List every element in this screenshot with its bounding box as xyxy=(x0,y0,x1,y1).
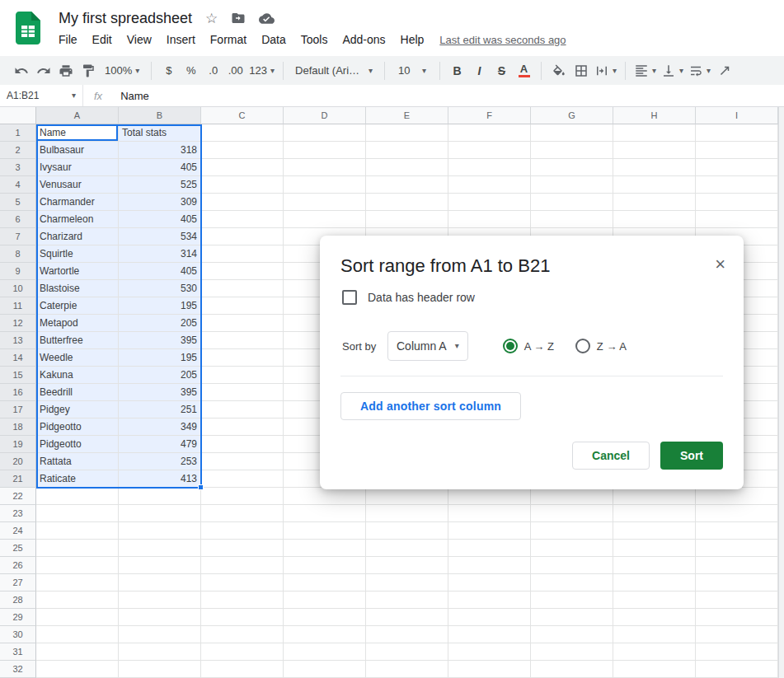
cell-C7[interactable] xyxy=(201,228,284,245)
cell-A1[interactable]: Name xyxy=(36,124,119,142)
cell-C24[interactable] xyxy=(201,522,284,540)
formula-input[interactable]: Name xyxy=(120,90,149,102)
menu-tools[interactable]: Tools xyxy=(293,31,336,48)
cell-A12[interactable]: Metapod xyxy=(36,315,119,332)
cell-F4[interactable] xyxy=(448,176,531,194)
cell-F6[interactable] xyxy=(448,211,531,228)
cell-D24[interactable] xyxy=(284,522,366,540)
cell-D30[interactable] xyxy=(284,626,366,643)
cell-C18[interactable] xyxy=(201,418,284,436)
row-header-15[interactable]: 15 xyxy=(0,367,36,384)
cell-C32[interactable] xyxy=(201,661,284,678)
cell-I5[interactable] xyxy=(696,194,778,211)
cell-I24[interactable] xyxy=(696,522,778,540)
menu-help[interactable]: Help xyxy=(393,31,432,48)
column-header-B[interactable]: B xyxy=(119,107,201,124)
cell-E31[interactable] xyxy=(366,643,448,661)
cancel-button[interactable]: Cancel xyxy=(572,442,650,470)
cell-C29[interactable] xyxy=(201,609,284,626)
row-header-5[interactable]: 5 xyxy=(0,194,36,211)
cell-C4[interactable] xyxy=(201,176,284,194)
add-sort-column-button[interactable]: Add another sort column xyxy=(340,392,521,420)
cell-A20[interactable]: Rattata xyxy=(36,453,119,470)
cell-F24[interactable] xyxy=(448,522,531,540)
row-header-9[interactable]: 9 xyxy=(0,263,36,280)
cell-A26[interactable] xyxy=(36,557,119,574)
cell-D6[interactable] xyxy=(284,211,366,228)
sheets-logo-icon[interactable] xyxy=(16,12,40,44)
row-header-17[interactable]: 17 xyxy=(0,401,36,418)
row-header-10[interactable]: 10 xyxy=(0,280,36,297)
close-icon[interactable]: × xyxy=(715,255,725,274)
cell-B20[interactable]: 253 xyxy=(119,453,201,470)
cell-B3[interactable]: 405 xyxy=(119,159,201,176)
cell-I32[interactable] xyxy=(696,661,778,678)
cell-F31[interactable] xyxy=(448,643,531,661)
cell-E32[interactable] xyxy=(366,661,448,678)
row-header-16[interactable]: 16 xyxy=(0,384,36,401)
cell-C15[interactable] xyxy=(201,367,284,384)
cell-B16[interactable]: 395 xyxy=(119,384,201,401)
cell-F23[interactable] xyxy=(448,505,531,522)
row-header-4[interactable]: 4 xyxy=(0,176,36,194)
decrease-decimals-button[interactable]: .0 xyxy=(202,60,224,82)
cell-A3[interactable]: Ivysaur xyxy=(36,159,119,176)
cell-H31[interactable] xyxy=(613,643,696,661)
cell-G30[interactable] xyxy=(531,626,613,643)
cell-H23[interactable] xyxy=(613,505,696,522)
cell-A15[interactable]: Kakuna xyxy=(36,367,119,384)
horizontal-align-button[interactable]: ▾ xyxy=(631,60,659,82)
text-rotation-button[interactable] xyxy=(713,60,735,82)
cell-G25[interactable] xyxy=(531,540,613,557)
star-icon[interactable]: ☆ xyxy=(205,12,218,26)
cell-H22[interactable] xyxy=(613,488,696,505)
cell-B26[interactable] xyxy=(119,557,201,574)
cell-B9[interactable]: 405 xyxy=(119,263,201,280)
cell-F32[interactable] xyxy=(448,661,531,678)
cell-A9[interactable]: Wartortle xyxy=(36,263,119,280)
print-button[interactable] xyxy=(54,60,77,82)
cell-D1[interactable] xyxy=(284,124,366,142)
column-header-C[interactable]: C xyxy=(201,107,284,124)
cell-C30[interactable] xyxy=(201,626,284,643)
cell-E3[interactable] xyxy=(366,159,448,176)
cell-E1[interactable] xyxy=(366,124,448,142)
fill-color-button[interactable] xyxy=(547,60,570,82)
cell-B14[interactable]: 195 xyxy=(119,349,201,367)
bold-button[interactable]: B xyxy=(446,60,468,82)
row-header-29[interactable]: 29 xyxy=(0,609,36,626)
cell-A10[interactable]: Blastoise xyxy=(36,280,119,297)
cell-C6[interactable] xyxy=(201,211,284,228)
cell-H5[interactable] xyxy=(613,194,696,211)
cell-G31[interactable] xyxy=(531,643,613,661)
cell-H3[interactable] xyxy=(613,159,696,176)
cell-C10[interactable] xyxy=(201,280,284,297)
column-header-F[interactable]: F xyxy=(448,107,531,124)
cell-E30[interactable] xyxy=(366,626,448,643)
cell-B29[interactable] xyxy=(119,609,201,626)
cell-C3[interactable] xyxy=(201,159,284,176)
cell-C20[interactable] xyxy=(201,453,284,470)
row-header-23[interactable]: 23 xyxy=(0,505,36,522)
cell-B23[interactable] xyxy=(119,505,201,522)
vertical-align-button[interactable]: ▾ xyxy=(659,60,686,82)
row-header-14[interactable]: 14 xyxy=(0,349,36,367)
menu-view[interactable]: View xyxy=(120,31,159,48)
row-header-25[interactable]: 25 xyxy=(0,540,36,557)
cell-B15[interactable]: 205 xyxy=(119,367,201,384)
cell-I29[interactable] xyxy=(696,609,778,626)
cell-F1[interactable] xyxy=(448,124,531,142)
cell-A24[interactable] xyxy=(36,522,119,540)
format-percent-button[interactable]: % xyxy=(180,60,202,82)
cell-I23[interactable] xyxy=(696,505,778,522)
cell-I22[interactable] xyxy=(696,488,778,505)
cell-H27[interactable] xyxy=(613,574,696,591)
cell-A32[interactable] xyxy=(36,661,119,678)
cell-B10[interactable]: 530 xyxy=(119,280,201,297)
row-header-18[interactable]: 18 xyxy=(0,418,36,436)
cell-D3[interactable] xyxy=(284,159,366,176)
cell-A25[interactable] xyxy=(36,540,119,557)
cell-C22[interactable] xyxy=(201,488,284,505)
cell-A30[interactable] xyxy=(36,626,119,643)
cell-A31[interactable] xyxy=(36,643,119,661)
